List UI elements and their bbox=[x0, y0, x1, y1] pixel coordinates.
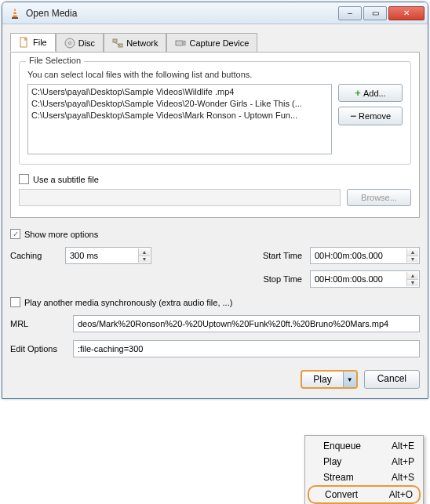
subtitle-checkbox-row: Use a subtitle file bbox=[19, 174, 411, 184]
mrl-value: deos/Mark%20Ronson%20-%20Uptown%20Funk%2… bbox=[78, 319, 388, 328]
subtitle-checkbox-label: Use a subtitle file bbox=[33, 175, 99, 184]
vlc-cone-icon bbox=[9, 7, 21, 20]
edit-options-label: Edit Options bbox=[10, 344, 65, 354]
menu-shortcut: Alt+E bbox=[392, 441, 414, 451]
capture-icon bbox=[175, 38, 186, 49]
file-list-item[interactable]: C:\Users\payal\Desktop\Sample Videos\20-… bbox=[31, 98, 328, 110]
minimize-button[interactable]: – bbox=[338, 6, 362, 20]
start-time-input[interactable]: 00H:00m:00s.000 ▲▼ bbox=[310, 247, 420, 264]
menu-item-convert[interactable]: Convert Alt+O bbox=[308, 485, 421, 504]
play-button[interactable]: Play bbox=[302, 372, 343, 387]
file-selection-group: File Selection You can select local file… bbox=[19, 61, 411, 165]
disc-icon bbox=[64, 38, 75, 49]
spin-down-icon[interactable]: ▼ bbox=[406, 256, 418, 263]
svg-marker-0 bbox=[13, 8, 17, 17]
caching-value: 300 ms bbox=[70, 251, 98, 260]
file-list-item[interactable]: C:\Users\payal\Desktop\Sample Videos\Wil… bbox=[31, 86, 328, 98]
content-area: File Disc Network Capture Device File Se… bbox=[2, 24, 428, 398]
add-button[interactable]: + Add... bbox=[338, 84, 403, 102]
spin-down-icon[interactable]: ▼ bbox=[406, 280, 418, 287]
stop-time-input[interactable]: 00H:00m:00s.000 ▲▼ bbox=[310, 270, 420, 288]
file-icon bbox=[19, 37, 30, 48]
file-selection-title: File Selection bbox=[26, 56, 84, 65]
menu-shortcut: Alt+P bbox=[392, 456, 414, 467]
stop-time-value: 00H:00m:00s.000 bbox=[315, 274, 383, 284]
file-tab-panel: File Selection You can select local file… bbox=[10, 52, 420, 218]
mrl-label: MRL bbox=[10, 319, 65, 328]
tab-disc[interactable]: Disc bbox=[56, 33, 104, 52]
menu-shortcut: Alt+O bbox=[389, 489, 413, 500]
start-time-value: 00H:00m:00s.000 bbox=[315, 251, 383, 260]
menu-item-stream[interactable]: Stream Alt+S bbox=[308, 470, 421, 485]
menu-item-enqueue[interactable]: Enqueue Alt+E bbox=[308, 438, 421, 454]
caching-label: Caching bbox=[10, 251, 57, 260]
cancel-button[interactable]: Cancel bbox=[364, 370, 420, 389]
svg-rect-8 bbox=[118, 44, 122, 47]
subtitle-path-input bbox=[19, 189, 341, 206]
file-selection-hint: You can select local files with the foll… bbox=[27, 70, 403, 79]
stop-time-label: Stop Time bbox=[247, 274, 302, 284]
play-dropdown-menu: Enqueue Alt+E Play Alt+P Stream Alt+S Co… bbox=[304, 435, 424, 504]
network-icon bbox=[112, 38, 123, 49]
remove-button[interactable]: − Remove bbox=[338, 107, 403, 125]
file-list-item[interactable]: C:\Users\payal\Desktop\Sample Videos\Mar… bbox=[31, 110, 328, 121]
tab-file-label: File bbox=[33, 38, 47, 47]
minus-icon: − bbox=[350, 110, 356, 122]
edit-options-input[interactable]: :file-caching=300 bbox=[73, 340, 420, 357]
browse-button-label: Browse... bbox=[361, 193, 397, 202]
tab-network-label: Network bbox=[126, 38, 158, 48]
tab-file[interactable]: File bbox=[10, 33, 56, 52]
titlebar: Open Media – ▭ ✕ bbox=[2, 2, 428, 24]
spin-up-icon[interactable]: ▲ bbox=[138, 248, 150, 256]
show-more-checkbox[interactable]: ✓ bbox=[10, 229, 20, 239]
start-time-label: Start Time bbox=[247, 251, 302, 260]
maximize-button[interactable]: ▭ bbox=[363, 6, 387, 20]
tab-capture-label: Capture Device bbox=[189, 38, 249, 48]
add-button-label: Add... bbox=[363, 89, 386, 98]
play-split-button: Play ▼ bbox=[301, 370, 357, 389]
browse-button: Browse... bbox=[347, 189, 411, 206]
svg-point-6 bbox=[68, 42, 71, 44]
play-dropdown-toggle[interactable]: ▼ bbox=[344, 372, 356, 387]
spin-down-icon[interactable]: ▼ bbox=[138, 256, 150, 263]
file-list[interactable]: C:\Users\payal\Desktop\Sample Videos\Wil… bbox=[27, 84, 332, 154]
show-more-label: Show more options bbox=[24, 230, 98, 239]
tab-disc-label: Disc bbox=[78, 38, 95, 48]
svg-rect-1 bbox=[12, 17, 18, 19]
subtitle-checkbox[interactable] bbox=[19, 174, 29, 184]
open-media-window: Open Media – ▭ ✕ File Disc Network Captu… bbox=[2, 2, 428, 399]
mrl-input[interactable]: deos/Mark%20Ronson%20-%20Uptown%20Funk%2… bbox=[73, 315, 420, 332]
plus-icon: + bbox=[355, 87, 361, 99]
options-area: ✓ Show more options Caching 300 ms ▲▼ St… bbox=[10, 229, 420, 389]
tab-bar: File Disc Network Capture Device bbox=[10, 33, 420, 53]
menu-item-play[interactable]: Play Alt+P bbox=[308, 454, 421, 470]
menu-shortcut: Alt+S bbox=[392, 472, 414, 483]
menu-label: Play bbox=[323, 456, 341, 467]
edit-options-value: :file-caching=300 bbox=[78, 344, 143, 354]
caching-input[interactable]: 300 ms ▲▼ bbox=[65, 247, 151, 264]
spin-up-icon[interactable]: ▲ bbox=[406, 248, 418, 256]
svg-rect-10 bbox=[176, 41, 183, 45]
svg-rect-7 bbox=[113, 39, 117, 42]
menu-label: Stream bbox=[323, 472, 354, 483]
window-title: Open Media bbox=[26, 8, 338, 19]
spin-up-icon[interactable]: ▲ bbox=[406, 272, 418, 280]
close-button[interactable]: ✕ bbox=[388, 6, 425, 20]
svg-rect-2 bbox=[13, 11, 16, 12]
play-another-checkbox[interactable] bbox=[10, 297, 20, 307]
tab-capture[interactable]: Capture Device bbox=[166, 33, 257, 52]
remove-button-label: Remove bbox=[359, 111, 391, 121]
svg-rect-3 bbox=[13, 14, 17, 15]
menu-label: Enqueue bbox=[323, 441, 361, 451]
menu-label: Convert bbox=[325, 489, 358, 500]
play-another-label: Play another media synchronously (extra … bbox=[24, 298, 232, 307]
tab-network[interactable]: Network bbox=[104, 33, 166, 52]
